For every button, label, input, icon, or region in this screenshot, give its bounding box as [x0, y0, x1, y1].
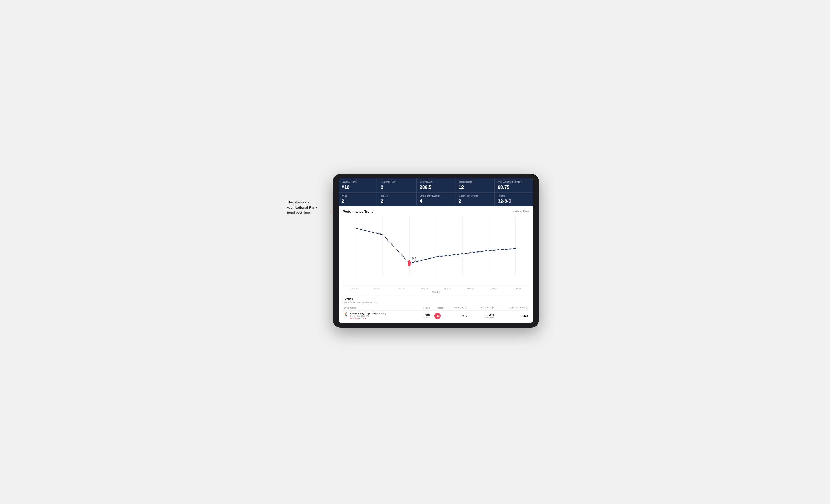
events-section: Events Last updated: 24th November 2023 … — [339, 295, 533, 323]
rank-impact: Rank Impact: 3 ▼ — [350, 317, 386, 320]
event-name-cell: 🏌️ Buster Cozy Cup – Stroke Play Oct 9 –… — [343, 311, 414, 321]
event-score: -22 — [430, 311, 444, 321]
events-title: Events — [343, 297, 529, 301]
stat-stroke-play: Stroke Play Events 4 — [417, 193, 455, 207]
stat-total-rounds: Total Rounds 12 — [455, 178, 494, 193]
chart-title: Performance Trend — [343, 209, 374, 213]
stat-national-rank: National Rank #10 — [339, 178, 377, 193]
col-score: Score — [430, 305, 444, 311]
trend-marker-dot — [408, 260, 411, 266]
months-axis-label: Months — [343, 291, 529, 294]
tablet-screen: National Rank #10 Regional Rank 2 Scorin… — [339, 178, 533, 323]
col-position: Position — [414, 305, 430, 311]
col-total-points: Total Points ⓘ — [468, 305, 495, 311]
event-position: 6th out of 7 — [414, 311, 430, 321]
annotation-text: This shows you your National Rank trend … — [287, 200, 339, 215]
tablet-device: National Rank #10 Regional Rank 2 Scorin… — [333, 174, 539, 328]
performance-trend-section: Performance Trend National Rank — [339, 206, 533, 295]
chart-area: #10 — [343, 215, 529, 286]
col-weighted-points: Weighted Points ⓘ — [494, 305, 529, 311]
events-table: Event Name Position Score Event SG ⓘ Tot… — [343, 305, 529, 321]
events-last-updated: Last updated: 24th November 2023 — [343, 301, 529, 304]
stat-regional-rank: Regional Rank 2 — [377, 178, 416, 193]
event-date: Oct 9 – Oct 10, 2023 — [350, 315, 386, 317]
stat-avg-weighted: Avg. Weighted Points ⓘ 68.75 — [494, 178, 533, 193]
stat-wins: Wins 2 — [339, 193, 377, 207]
stats-bar: National Rank #10 Regional Rank 2 Scorin… — [339, 178, 533, 206]
col-event-sg: Event SG ⓘ — [444, 305, 468, 311]
score-badge: -22 — [434, 313, 441, 319]
event-name: Buster Cozy Cup – Stroke Play — [350, 312, 386, 315]
total-points: 28.3 3 Rounds — [468, 311, 495, 321]
stat-scoring-avg: Scoring Avg. 286.5 — [417, 178, 455, 193]
stat-record: Record 32-8-0 — [494, 193, 533, 207]
event-icon: 🏌️ — [344, 312, 348, 316]
trend-marker-label: #10 — [412, 257, 416, 263]
weighted-points: 28.3 — [494, 311, 529, 321]
chart-months: OCT 23 NOV 23 DEC 23 JAN 24 FEB 24 MAR 2… — [343, 287, 529, 290]
stat-match-play: Match Play Events 2 — [455, 193, 494, 207]
col-event-name: Event Name — [343, 305, 414, 311]
chart-svg: #10 — [343, 215, 529, 285]
table-row: 🏌️ Buster Cozy Cup – Stroke Play Oct 9 –… — [343, 311, 529, 321]
chart-subtitle: National Rank — [513, 210, 529, 213]
event-sg: 0.45 — [444, 311, 468, 321]
stat-top3s: Top 3s 2 — [377, 193, 416, 207]
